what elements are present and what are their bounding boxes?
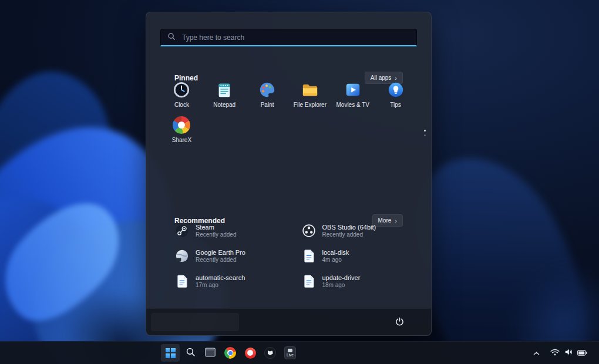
app-window-button[interactable] (201, 344, 220, 362)
recommended-item-obs-studio[interactable]: OBS Studio (64bit) Recently added (301, 223, 416, 239)
app-label: Movies & TV (336, 102, 369, 108)
app-window-icon (204, 346, 217, 360)
taskbar: Live (0, 341, 599, 364)
tips-icon (387, 81, 405, 99)
recommended-detail: 18m ago (322, 282, 361, 289)
chrome-icon (224, 347, 236, 359)
recommended-name: automatic-search (196, 274, 245, 282)
recommended-name: Google Earth Pro (196, 249, 245, 257)
pinned-app-sharex[interactable]: ShareX (160, 116, 203, 147)
recommended-item-automatic-search[interactable]: automatic-search 17m ago (174, 273, 290, 289)
taskbar-search-button[interactable] (181, 344, 200, 362)
tray-chevron-button[interactable] (530, 345, 543, 361)
clock-icon (173, 81, 190, 99)
recommended-name: Steam (196, 224, 237, 231)
windows-start-icon (166, 348, 176, 358)
recommended-detail: 17m ago (196, 282, 245, 289)
recommended-item-local-disk[interactable]: local-disk 4m ago (301, 248, 416, 264)
file-icon (301, 248, 317, 264)
github-icon (264, 347, 276, 359)
sharex-icon (173, 116, 190, 134)
github-button[interactable] (261, 344, 280, 362)
recommended-detail: Recently added (196, 257, 245, 264)
obs-icon (301, 223, 317, 238)
recommended-item-google-earth[interactable]: Google Earth Pro Recently added (174, 248, 290, 264)
chevron-right-icon: › (395, 76, 397, 80)
recommended-item-steam[interactable]: Steam Recently added (174, 223, 290, 239)
pinned-app-tips[interactable]: Tips (374, 81, 417, 112)
movies-tv-icon (344, 81, 362, 99)
app-label: Clock (174, 102, 189, 108)
all-apps-label: All apps (371, 75, 392, 81)
search-input[interactable] (181, 33, 410, 42)
chrome-button[interactable] (221, 344, 240, 362)
pinned-app-notepad[interactable]: Notepad (203, 81, 246, 112)
taskbar-center-icons: Live (161, 344, 300, 362)
wifi-icon (550, 349, 560, 358)
recommended-name: local-disk (322, 249, 349, 257)
chevron-up-icon (533, 349, 540, 358)
power-button[interactable] (391, 314, 408, 331)
search-icon (186, 347, 196, 359)
pinned-app-clock[interactable]: Clock (160, 81, 203, 112)
page-dot-active (424, 130, 426, 132)
app-label: Tips (390, 102, 401, 108)
user-profile-button[interactable] (151, 313, 239, 331)
start-menu-footer (146, 308, 431, 335)
recommended-name: update-driver (322, 274, 361, 282)
file-icon (174, 274, 190, 289)
red-browser-button[interactable] (241, 344, 260, 362)
battery-icon (577, 349, 587, 358)
start-button[interactable] (161, 344, 180, 362)
google-earth-icon (174, 248, 190, 264)
paint-icon (258, 81, 276, 99)
red-browser-icon (245, 348, 256, 359)
recommended-grid: Steam Recently added OBS Studio (64bit) … (174, 223, 416, 289)
file-icon (301, 274, 317, 289)
search-icon (167, 32, 176, 43)
recommended-detail: 4m ago (322, 257, 349, 264)
pinned-grid: Clock Notepad Paint File Explorer (160, 81, 417, 147)
recommended-name: OBS Studio (64bit) (322, 224, 376, 231)
app-label: File Explorer (294, 102, 327, 108)
desktop: Pinned All apps › Clock Notepad (0, 0, 599, 364)
power-icon (395, 317, 404, 328)
recommended-detail: Recently added (322, 231, 376, 238)
volume-icon (564, 348, 573, 358)
app-label: Notepad (213, 102, 235, 108)
live-label: Live (287, 353, 294, 357)
start-menu: Pinned All apps › Clock Notepad (146, 12, 432, 336)
network-volume-battery-button[interactable] (547, 345, 591, 361)
recommended-detail: Recently added (196, 231, 237, 238)
recommended-item-update-driver[interactable]: update-driver 18m ago (301, 273, 416, 289)
pinned-app-movies-tv[interactable]: Movies & TV (331, 81, 374, 112)
file-explorer-icon (301, 81, 319, 99)
app-label: Paint (261, 102, 274, 108)
pinned-app-paint[interactable]: Paint (246, 81, 289, 112)
notepad-icon (216, 81, 233, 99)
app-label: ShareX (172, 137, 191, 143)
pinned-app-file-explorer[interactable]: File Explorer (289, 81, 332, 112)
page-indicator[interactable] (424, 130, 426, 136)
page-dot (424, 134, 426, 136)
system-tray (530, 344, 591, 362)
live-app-button[interactable]: Live (281, 344, 300, 362)
search-box[interactable] (160, 29, 417, 46)
live-app-icon: Live (284, 346, 296, 359)
steam-icon (174, 223, 190, 238)
